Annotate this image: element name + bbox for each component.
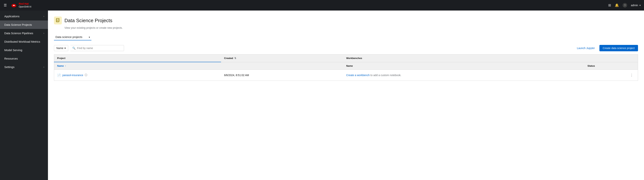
sort-created-icon[interactable]: ⇅ — [234, 57, 236, 60]
brand-openshift-label: OpenShift AI — [19, 6, 31, 8]
kebab-menu-button[interactable]: ⋮ — [628, 72, 635, 78]
table-row: 📄 parasol-insurance ⓘ 6/6/2024, 8:51:02 … — [54, 70, 638, 81]
sidebar-item-distributed-workload-metrics[interactable]: Distributed Workload Metrics — [0, 37, 48, 46]
project-name-link[interactable]: parasol-insurance — [62, 74, 83, 77]
user-label: admin — [631, 4, 638, 7]
redhat-logo-icon — [10, 2, 17, 9]
search-wrapper: 🔍 — [70, 45, 124, 51]
page-subtitle: View your existing projects or create ne… — [64, 26, 638, 29]
help-icon[interactable]: ? — [623, 3, 627, 8]
sidebar-item-data-science-pipelines[interactable]: Data Science Pipelines › — [0, 29, 48, 37]
chevron-right-icon: › — [44, 32, 44, 35]
sidebar-resources-label: Resources — [4, 57, 18, 60]
created-sub-header — [221, 62, 343, 70]
top-nav-right-actions: ⊞ 🔔 ? admin ▼ — [608, 3, 641, 8]
project-name-cell: 📄 parasol-insurance ⓘ — [54, 70, 198, 81]
workbench-suffix-text: to add a custom notebook. — [370, 74, 401, 77]
page-title: Data Science Projects — [64, 18, 112, 24]
filter-chevron-icon: ▾ — [64, 47, 66, 50]
page-header: Data Science Projects — [54, 17, 638, 24]
user-chevron-icon: ▼ — [639, 4, 641, 6]
sort-name-icon[interactable]: ↑ — [65, 65, 66, 67]
name-col-header: Name ↑ — [54, 62, 198, 70]
table-sub-header-row: Name ↑ Name Status — [54, 62, 638, 70]
project-file-icon: 📄 — [57, 73, 61, 77]
user-menu[interactable]: admin ▼ — [631, 4, 641, 7]
projects-icon — [56, 18, 60, 23]
chevron-right-icon: › — [44, 66, 44, 68]
sidebar-model-serving-label: Model Serving — [4, 48, 22, 52]
filter-type-label: Name — [56, 47, 63, 50]
sidebar: Applications › Data Science Projects Dat… — [0, 11, 48, 180]
brand-text: Red Hat OpenShift AI — [19, 2, 31, 8]
project-empty-cell — [198, 70, 221, 81]
sidebar-applications-label: Applications — [4, 15, 20, 18]
create-project-button[interactable]: Create data science project — [600, 45, 638, 51]
wb-status-header: Status — [584, 62, 638, 70]
row-actions: ⋮ — [588, 72, 635, 78]
sidebar-settings-label: Settings — [4, 65, 14, 69]
projects-table: Project Created ⇅ Workbenches — [54, 54, 638, 81]
table-body: 📄 parasol-insurance ⓘ 6/6/2024, 8:51:02 … — [54, 70, 638, 81]
project-help-icon[interactable]: ⓘ — [85, 73, 87, 77]
workbenches-group-header: Workbenches — [343, 54, 638, 62]
empty-col-header — [198, 62, 221, 70]
top-navigation: ☰ Red Hat OpenShift AI ⊞ 🔔 ? admin ▼ — [0, 0, 644, 11]
table-toolbar: Name ▾ 🔍 Launch Jupyter Create data scie… — [54, 45, 638, 51]
launch-jupyter-button[interactable]: Launch Jupyter — [575, 45, 597, 51]
created-header: Created ⇅ — [221, 54, 343, 62]
main-content-area: Data Science Projects View your existing… — [48, 11, 644, 180]
main-layout: Applications › Data Science Projects Dat… — [0, 11, 644, 180]
sidebar-distributed-workload-label: Distributed Workload Metrics — [4, 40, 40, 43]
filter-type-button[interactable]: Name ▾ — [54, 45, 68, 51]
search-icon: 🔍 — [72, 47, 76, 50]
grid-icon[interactable]: ⊞ — [608, 3, 611, 7]
wb-name-header: Name — [343, 62, 584, 70]
sidebar-data-science-projects-label: Data Science Projects — [4, 23, 32, 26]
project-type-dropdown[interactable]: Data science projects All projects — [54, 34, 92, 40]
brand-logo-area: Red Hat OpenShift AI — [10, 2, 605, 9]
project-type-selector: Data science projects All projects ▾ — [54, 34, 638, 40]
create-workbench-link[interactable]: Create a workbench — [346, 74, 370, 77]
sidebar-item-applications[interactable]: Applications › — [0, 12, 48, 21]
project-group-header: Project — [54, 54, 221, 62]
sidebar-item-data-science-projects[interactable]: Data Science Projects — [0, 21, 48, 29]
search-input[interactable] — [77, 47, 122, 50]
brand-redhat-label: Red Hat — [19, 2, 31, 6]
sidebar-item-resources[interactable]: Resources — [0, 54, 48, 63]
sidebar-item-settings[interactable]: Settings › — [0, 63, 48, 71]
hamburger-menu-icon[interactable]: ☰ — [3, 3, 8, 8]
page-icon — [54, 17, 62, 24]
row-actions-cell: ⋮ — [584, 70, 638, 81]
selector-wrapper: Data science projects All projects ▾ — [54, 34, 92, 40]
table-header-row: Project Created ⇅ Workbenches — [54, 54, 638, 62]
workbench-action-cell: Create a workbench to add a custom noteb… — [343, 70, 584, 81]
chevron-right-icon: › — [44, 15, 44, 18]
project-created-cell: 6/6/2024, 8:51:02 AM — [221, 70, 343, 81]
sidebar-item-model-serving[interactable]: Model Serving — [0, 46, 48, 54]
table-header: Project Created ⇅ Workbenches — [54, 54, 638, 70]
bell-icon[interactable]: 🔔 — [615, 3, 619, 7]
sidebar-data-science-pipelines-label: Data Science Pipelines — [4, 32, 33, 35]
